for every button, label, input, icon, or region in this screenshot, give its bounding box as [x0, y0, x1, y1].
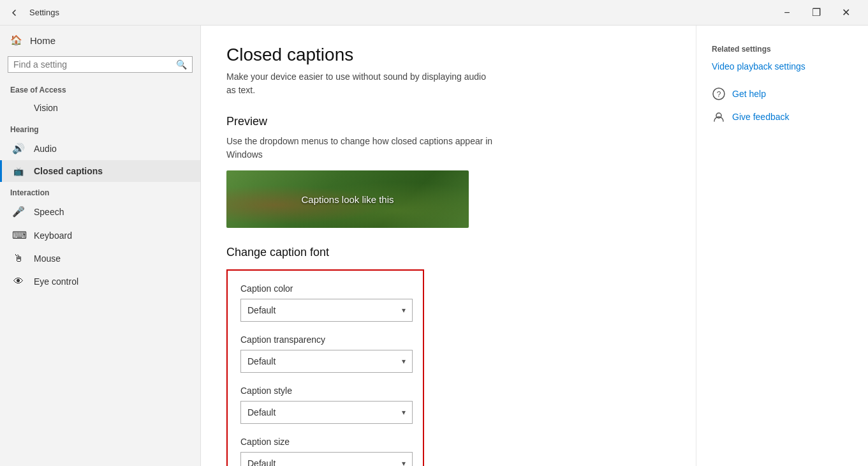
caption-style-dropdown[interactable]: Default ▾ — [240, 401, 413, 424]
sidebar-home[interactable]: 🏠 Home — [0, 28, 200, 52]
related-settings-title: Related settings — [712, 45, 853, 54]
right-panel: Related settings Video playback settings… — [696, 26, 868, 466]
get-help-icon: ? — [712, 87, 726, 101]
speech-icon: 🎤 — [12, 206, 25, 218]
sidebar-item-mouse[interactable]: 🖱 Mouse — [0, 247, 200, 270]
captions-icon: 📺 — [12, 167, 25, 176]
caption-color-label: Caption color — [240, 283, 410, 294]
caption-color-arrow: ▾ — [402, 306, 406, 315]
sidebar-item-vision[interactable]: Vision — [0, 97, 200, 119]
eye-control-icon: 👁 — [12, 276, 25, 287]
caption-font-box: Caption color Default ▾ Caption transpar… — [226, 269, 424, 466]
section-label-ease: Ease of Access — [0, 79, 200, 97]
home-label: Home — [30, 35, 55, 46]
caption-transparency-field: Caption transparency Default ▾ — [240, 334, 410, 373]
caption-style-arrow: ▾ — [402, 408, 406, 417]
section-label-interaction: Interaction — [0, 182, 200, 200]
svg-text:?: ? — [717, 90, 721, 99]
caption-style-value: Default — [247, 407, 276, 417]
sidebar-label-eye-control: Eye control — [34, 276, 78, 287]
keyboard-icon: ⌨ — [12, 229, 25, 241]
caption-style-label: Caption style — [240, 386, 410, 396]
search-input[interactable] — [13, 59, 172, 70]
video-playback-link[interactable]: Video playback settings — [712, 61, 853, 71]
caption-size-label: Caption size — [240, 437, 410, 447]
preview-caption-text: Captions look like this — [301, 194, 394, 205]
give-feedback-item[interactable]: Give feedback — [712, 110, 853, 124]
sidebar-item-closed-captions[interactable]: 📺 Closed captions — [0, 160, 200, 182]
back-button[interactable] — [5, 4, 23, 22]
sidebar-label-audio: Audio — [34, 144, 57, 154]
sidebar-item-speech[interactable]: 🎤 Speech — [0, 200, 200, 223]
sidebar-item-eye-control[interactable]: 👁 Eye control — [0, 270, 200, 293]
main-content: Closed captions Make your device easier … — [201, 26, 696, 466]
caption-color-value: Default — [247, 305, 276, 315]
app-title: Settings — [29, 8, 59, 17]
audio-icon: 🔊 — [12, 142, 25, 154]
search-icon: 🔍 — [176, 59, 187, 70]
mouse-icon: 🖱 — [12, 253, 25, 264]
caption-color-field: Caption color Default ▾ — [240, 283, 410, 322]
sidebar-label-speech: Speech — [34, 207, 64, 217]
maximize-button[interactable]: ❐ — [802, 0, 831, 26]
window-controls: − ❐ ✕ — [772, 0, 860, 26]
page-description: Make your device easier to use without s… — [226, 70, 494, 97]
title-bar-left: Settings — [5, 4, 59, 22]
get-help-item[interactable]: ? Get help — [712, 87, 853, 101]
caption-style-field: Caption style Default ▾ — [240, 386, 410, 424]
caption-transparency-label: Caption transparency — [240, 334, 410, 345]
caption-size-field: Caption size Default ▾ — [240, 437, 410, 466]
caption-size-value: Default — [247, 458, 276, 466]
page-title: Closed captions — [226, 45, 670, 65]
caption-size-arrow: ▾ — [402, 459, 406, 466]
sidebar-item-audio[interactable]: 🔊 Audio — [0, 137, 200, 160]
sidebar-label-mouse: Mouse — [34, 253, 61, 264]
sidebar-item-keyboard[interactable]: ⌨ Keyboard — [0, 223, 200, 247]
preview-section-title: Preview — [226, 115, 670, 128]
caption-transparency-value: Default — [247, 356, 276, 366]
caption-transparency-dropdown[interactable]: Default ▾ — [240, 350, 413, 373]
preview-image: Captions look like this — [226, 170, 469, 228]
section-label-hearing: Hearing — [0, 119, 200, 137]
sidebar-label-keyboard: Keyboard — [34, 230, 72, 241]
caption-size-dropdown[interactable]: Default ▾ — [240, 452, 413, 466]
title-bar: Settings − ❐ ✕ — [0, 0, 868, 26]
caption-color-dropdown[interactable]: Default ▾ — [240, 299, 413, 322]
home-icon: 🏠 — [10, 34, 22, 46]
preview-description: Use the dropdown menus to change how clo… — [226, 135, 494, 162]
app-body: 🏠 Home 🔍 Ease of Access Vision Hearing 🔊… — [0, 26, 868, 466]
give-feedback-label: Give feedback — [732, 112, 790, 122]
sidebar-label-closed-captions: Closed captions — [34, 166, 103, 176]
get-help-label: Get help — [732, 89, 766, 99]
minimize-button[interactable]: − — [772, 0, 802, 26]
change-font-title: Change caption font — [226, 246, 670, 259]
close-button[interactable]: ✕ — [831, 0, 860, 26]
give-feedback-icon — [712, 110, 726, 124]
sidebar: 🏠 Home 🔍 Ease of Access Vision Hearing 🔊… — [0, 26, 201, 466]
caption-transparency-arrow: ▾ — [402, 357, 406, 366]
search-box[interactable]: 🔍 — [8, 56, 193, 73]
sidebar-label-vision: Vision — [34, 103, 58, 113]
